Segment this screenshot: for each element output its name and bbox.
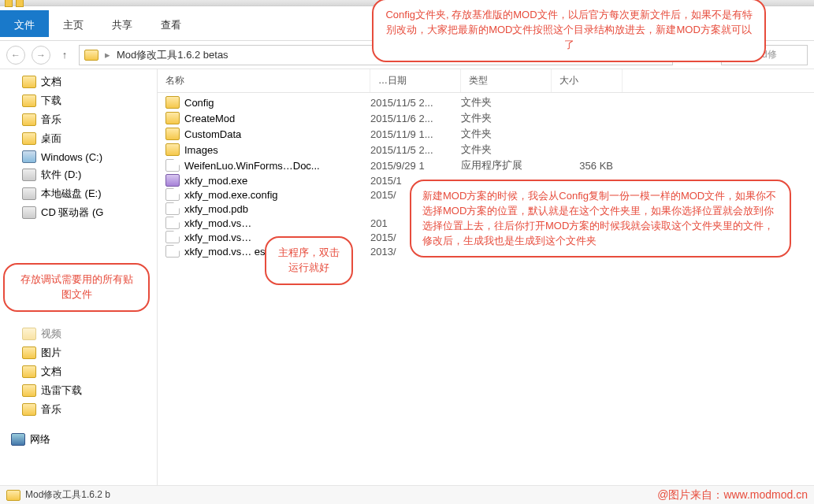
col-date[interactable]: …日期 bbox=[370, 69, 461, 92]
folder-icon bbox=[22, 346, 36, 359]
chevron-right-icon: ▸ bbox=[105, 49, 110, 61]
file-name: xkfy_mod.vs… est bbox=[184, 246, 268, 258]
file-icon bbox=[165, 245, 180, 258]
sidebar-item[interactable]: 音乐 bbox=[0, 110, 157, 129]
status-text: Mod修改工具1.6.2 b bbox=[25, 488, 110, 502]
col-type[interactable]: 类型 bbox=[461, 69, 552, 92]
nav-up-button[interactable]: ↑ bbox=[57, 47, 72, 63]
folder-icon bbox=[22, 328, 36, 340]
file-type: 文件夹 bbox=[461, 95, 552, 109]
file-pane: 名称 …日期 类型 大小 Config2015/11/5 2...文件夹Crea… bbox=[158, 69, 814, 491]
file-name: xkfy_mod.exe.config bbox=[184, 189, 278, 201]
net-icon bbox=[11, 433, 25, 446]
sidebar-item[interactable]: 网络 bbox=[0, 430, 157, 449]
file-icon bbox=[165, 159, 180, 172]
nav-forward-button[interactable]: → bbox=[32, 46, 50, 65]
file-type: 文件夹 bbox=[461, 111, 552, 125]
sidebar-item-label: Windows (C:) bbox=[41, 151, 102, 163]
sidebar-item[interactable]: 迅雷下载 bbox=[0, 381, 157, 400]
folder-icon bbox=[165, 112, 180, 124]
sidebar-item[interactable]: 音乐 bbox=[0, 400, 157, 419]
file-date: 2015/11/9 1... bbox=[370, 128, 461, 140]
sidebar-item[interactable]: 视频 bbox=[0, 324, 157, 343]
sidebar-item[interactable]: 桌面 bbox=[0, 129, 157, 148]
file-name: xkfy_mod.pdb bbox=[184, 203, 248, 215]
pc-icon bbox=[22, 150, 36, 163]
sidebar-item-label: 音乐 bbox=[41, 113, 61, 127]
sidebar-item-label: CD 驱动器 (G bbox=[41, 206, 103, 220]
window-icon2 bbox=[16, 0, 24, 7]
file-name: xkfy_mod.vs… bbox=[184, 217, 251, 229]
folder-icon bbox=[165, 128, 180, 140]
sidebar-item-label: 文档 bbox=[41, 75, 61, 89]
folder-icon bbox=[22, 76, 36, 88]
ribbon-tab-file[interactable]: 文件 bbox=[0, 10, 49, 37]
sidebar-item-label: 文档 bbox=[41, 365, 61, 379]
sidebar-item[interactable]: 图片 bbox=[0, 343, 157, 362]
callout-left: 存放调试需要用的所有贴图文件 bbox=[3, 263, 150, 312]
sidebar-item[interactable]: 文档 bbox=[0, 72, 157, 91]
file-name: CustomData bbox=[184, 128, 241, 140]
file-icon bbox=[165, 231, 180, 243]
folder-icon bbox=[22, 384, 36, 397]
sidebar-item[interactable]: Windows (C:) bbox=[0, 148, 157, 165]
folder-icon bbox=[22, 132, 36, 145]
ribbon-tab-view[interactable]: 查看 bbox=[147, 10, 195, 37]
folder-icon bbox=[6, 490, 20, 501]
file-type: 文件夹 bbox=[461, 143, 552, 157]
drive-icon bbox=[22, 169, 36, 181]
file-name: xkfy_mod.vs… bbox=[184, 232, 251, 243]
sidebar-item-label: 下载 bbox=[41, 94, 61, 108]
ribbon-tab-home[interactable]: 主页 bbox=[49, 10, 98, 37]
file-icon bbox=[165, 217, 180, 229]
folder-icon bbox=[22, 94, 36, 107]
sidebar-item-label: 音乐 bbox=[41, 402, 61, 417]
window-icon bbox=[5, 0, 13, 7]
file-name: Images bbox=[184, 144, 218, 156]
column-headers: 名称 …日期 类型 大小 bbox=[158, 69, 814, 93]
file-icon bbox=[165, 188, 180, 201]
sidebar-item-label: 本地磁盘 (E:) bbox=[41, 187, 102, 201]
file-date: 2015/9/29 1 bbox=[370, 160, 461, 172]
col-size[interactable]: 大小 bbox=[552, 69, 623, 92]
file-name: WeifenLuo.WinForms…Doc... bbox=[184, 160, 320, 172]
file-type: 应用程序扩展 bbox=[461, 158, 552, 172]
nav-back-button[interactable]: ← bbox=[6, 46, 25, 65]
file-size: 356 KB bbox=[552, 160, 623, 172]
folder-icon bbox=[22, 403, 36, 416]
col-name[interactable]: 名称 bbox=[158, 69, 370, 92]
sidebar-item[interactable]: 软件 (D:) bbox=[0, 165, 157, 184]
folder-icon bbox=[22, 113, 36, 126]
folder-icon bbox=[22, 365, 36, 378]
file-type: 文件夹 bbox=[461, 127, 552, 141]
sidebar-item-label: 网络 bbox=[30, 432, 50, 447]
file-date: 2015/11/6 2... bbox=[370, 113, 461, 124]
exe-icon bbox=[165, 174, 180, 187]
callout-mid: 主程序，双击运行就好 bbox=[265, 236, 353, 285]
callout-right: 新建MOD方案的时候，我会从Config复制一份一模一样的MOD文件，如果你不选… bbox=[410, 180, 791, 258]
file-row[interactable]: CreateMod2015/11/6 2...文件夹 bbox=[158, 110, 814, 126]
sidebar-item[interactable]: CD 驱动器 (G bbox=[0, 203, 157, 222]
file-row[interactable]: CustomData2015/11/9 1...文件夹 bbox=[158, 126, 814, 142]
watermark: @图片来自：www.modmod.cn bbox=[657, 488, 808, 502]
file-row[interactable]: Config2015/11/5 2...文件夹 bbox=[158, 94, 814, 110]
sidebar-item-label: 桌面 bbox=[41, 132, 61, 146]
folder-icon bbox=[165, 143, 180, 156]
file-row[interactable]: WeifenLuo.WinForms…Doc...2015/9/29 1应用程序… bbox=[158, 158, 814, 173]
file-date: 2015/11/5 2... bbox=[370, 97, 461, 109]
file-row[interactable]: Images2015/11/5 2...文件夹 bbox=[158, 142, 814, 158]
file-name: CreateMod bbox=[184, 113, 235, 124]
folder-icon bbox=[165, 96, 180, 109]
file-name: Config bbox=[184, 97, 214, 109]
sidebar-item[interactable]: 下载 bbox=[0, 91, 157, 110]
sidebar-item-label: 图片 bbox=[41, 346, 61, 360]
drive-icon bbox=[22, 206, 36, 219]
folder-icon bbox=[84, 50, 98, 61]
sidebar-item[interactable]: 本地磁盘 (E:) bbox=[0, 184, 157, 203]
sidebar-item-label: 迅雷下载 bbox=[41, 384, 82, 398]
breadcrumb-current[interactable]: Mod修改工具1.6.2 betas bbox=[117, 48, 229, 62]
ribbon-tab-share[interactable]: 共享 bbox=[98, 10, 147, 37]
sidebar-item[interactable]: 文档 bbox=[0, 362, 157, 381]
sidebar-item-label: 软件 (D:) bbox=[41, 168, 81, 182]
file-name: xkfy_mod.exe bbox=[184, 175, 247, 187]
